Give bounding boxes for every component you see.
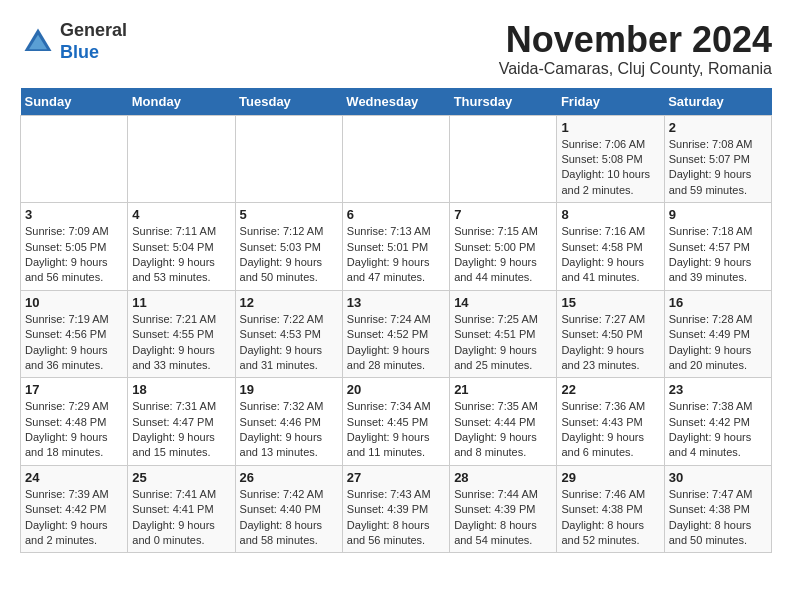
page-header: General Blue November 2024 Vaida-Camaras… xyxy=(20,20,772,78)
calendar-cell: 27Sunrise: 7:43 AM Sunset: 4:39 PM Dayli… xyxy=(342,465,449,553)
day-info: Sunrise: 7:24 AM Sunset: 4:52 PM Dayligh… xyxy=(347,312,445,374)
logo-blue-text: Blue xyxy=(60,42,127,64)
logo-general-text: General xyxy=(60,20,127,42)
calendar-cell: 22Sunrise: 7:36 AM Sunset: 4:43 PM Dayli… xyxy=(557,378,664,466)
day-number: 23 xyxy=(669,382,767,397)
day-number: 8 xyxy=(561,207,659,222)
day-number: 2 xyxy=(669,120,767,135)
day-number: 19 xyxy=(240,382,338,397)
calendar-cell: 17Sunrise: 7:29 AM Sunset: 4:48 PM Dayli… xyxy=(21,378,128,466)
day-info: Sunrise: 7:34 AM Sunset: 4:45 PM Dayligh… xyxy=(347,399,445,461)
day-number: 14 xyxy=(454,295,552,310)
day-number: 7 xyxy=(454,207,552,222)
day-number: 25 xyxy=(132,470,230,485)
day-number: 3 xyxy=(25,207,123,222)
day-info: Sunrise: 7:18 AM Sunset: 4:57 PM Dayligh… xyxy=(669,224,767,286)
calendar-week-3: 10Sunrise: 7:19 AM Sunset: 4:56 PM Dayli… xyxy=(21,290,772,378)
day-info: Sunrise: 7:06 AM Sunset: 5:08 PM Dayligh… xyxy=(561,137,659,199)
day-number: 29 xyxy=(561,470,659,485)
day-info: Sunrise: 7:47 AM Sunset: 4:38 PM Dayligh… xyxy=(669,487,767,549)
day-info: Sunrise: 7:15 AM Sunset: 5:00 PM Dayligh… xyxy=(454,224,552,286)
weekday-header-row: SundayMondayTuesdayWednesdayThursdayFrid… xyxy=(21,88,772,116)
calendar-cell: 11Sunrise: 7:21 AM Sunset: 4:55 PM Dayli… xyxy=(128,290,235,378)
logo-text: General Blue xyxy=(60,20,127,63)
day-number: 5 xyxy=(240,207,338,222)
day-info: Sunrise: 7:44 AM Sunset: 4:39 PM Dayligh… xyxy=(454,487,552,549)
day-info: Sunrise: 7:43 AM Sunset: 4:39 PM Dayligh… xyxy=(347,487,445,549)
calendar-cell: 26Sunrise: 7:42 AM Sunset: 4:40 PM Dayli… xyxy=(235,465,342,553)
day-number: 4 xyxy=(132,207,230,222)
calendar-cell: 25Sunrise: 7:41 AM Sunset: 4:41 PM Dayli… xyxy=(128,465,235,553)
calendar-cell: 12Sunrise: 7:22 AM Sunset: 4:53 PM Dayli… xyxy=(235,290,342,378)
day-number: 28 xyxy=(454,470,552,485)
day-info: Sunrise: 7:19 AM Sunset: 4:56 PM Dayligh… xyxy=(25,312,123,374)
day-number: 9 xyxy=(669,207,767,222)
calendar-cell: 16Sunrise: 7:28 AM Sunset: 4:49 PM Dayli… xyxy=(664,290,771,378)
day-number: 12 xyxy=(240,295,338,310)
day-number: 10 xyxy=(25,295,123,310)
calendar-cell: 29Sunrise: 7:46 AM Sunset: 4:38 PM Dayli… xyxy=(557,465,664,553)
calendar-cell: 8Sunrise: 7:16 AM Sunset: 4:58 PM Daylig… xyxy=(557,203,664,291)
day-number: 11 xyxy=(132,295,230,310)
weekday-header-saturday: Saturday xyxy=(664,88,771,116)
day-info: Sunrise: 7:41 AM Sunset: 4:41 PM Dayligh… xyxy=(132,487,230,549)
day-info: Sunrise: 7:08 AM Sunset: 5:07 PM Dayligh… xyxy=(669,137,767,199)
day-info: Sunrise: 7:35 AM Sunset: 4:44 PM Dayligh… xyxy=(454,399,552,461)
day-info: Sunrise: 7:29 AM Sunset: 4:48 PM Dayligh… xyxy=(25,399,123,461)
day-number: 24 xyxy=(25,470,123,485)
day-info: Sunrise: 7:21 AM Sunset: 4:55 PM Dayligh… xyxy=(132,312,230,374)
day-number: 26 xyxy=(240,470,338,485)
calendar-cell xyxy=(21,115,128,203)
day-info: Sunrise: 7:22 AM Sunset: 4:53 PM Dayligh… xyxy=(240,312,338,374)
calendar-cell: 30Sunrise: 7:47 AM Sunset: 4:38 PM Dayli… xyxy=(664,465,771,553)
logo-icon xyxy=(20,24,56,60)
day-info: Sunrise: 7:46 AM Sunset: 4:38 PM Dayligh… xyxy=(561,487,659,549)
day-info: Sunrise: 7:25 AM Sunset: 4:51 PM Dayligh… xyxy=(454,312,552,374)
calendar-cell: 14Sunrise: 7:25 AM Sunset: 4:51 PM Dayli… xyxy=(450,290,557,378)
day-number: 27 xyxy=(347,470,445,485)
calendar-cell: 9Sunrise: 7:18 AM Sunset: 4:57 PM Daylig… xyxy=(664,203,771,291)
weekday-header-sunday: Sunday xyxy=(21,88,128,116)
day-info: Sunrise: 7:16 AM Sunset: 4:58 PM Dayligh… xyxy=(561,224,659,286)
calendar-cell: 23Sunrise: 7:38 AM Sunset: 4:42 PM Dayli… xyxy=(664,378,771,466)
calendar-cell: 18Sunrise: 7:31 AM Sunset: 4:47 PM Dayli… xyxy=(128,378,235,466)
day-number: 22 xyxy=(561,382,659,397)
day-info: Sunrise: 7:36 AM Sunset: 4:43 PM Dayligh… xyxy=(561,399,659,461)
calendar-cell xyxy=(128,115,235,203)
day-number: 1 xyxy=(561,120,659,135)
calendar-cell: 20Sunrise: 7:34 AM Sunset: 4:45 PM Dayli… xyxy=(342,378,449,466)
day-info: Sunrise: 7:12 AM Sunset: 5:03 PM Dayligh… xyxy=(240,224,338,286)
day-number: 18 xyxy=(132,382,230,397)
day-info: Sunrise: 7:28 AM Sunset: 4:49 PM Dayligh… xyxy=(669,312,767,374)
calendar-cell: 15Sunrise: 7:27 AM Sunset: 4:50 PM Dayli… xyxy=(557,290,664,378)
day-info: Sunrise: 7:27 AM Sunset: 4:50 PM Dayligh… xyxy=(561,312,659,374)
calendar-cell: 13Sunrise: 7:24 AM Sunset: 4:52 PM Dayli… xyxy=(342,290,449,378)
logo: General Blue xyxy=(20,20,127,63)
day-number: 20 xyxy=(347,382,445,397)
weekday-header-tuesday: Tuesday xyxy=(235,88,342,116)
day-info: Sunrise: 7:11 AM Sunset: 5:04 PM Dayligh… xyxy=(132,224,230,286)
day-number: 13 xyxy=(347,295,445,310)
day-number: 16 xyxy=(669,295,767,310)
title-section: November 2024 Vaida-Camaras, Cluj County… xyxy=(499,20,772,78)
weekday-header-thursday: Thursday xyxy=(450,88,557,116)
day-number: 21 xyxy=(454,382,552,397)
location-title: Vaida-Camaras, Cluj County, Romania xyxy=(499,60,772,78)
calendar-cell: 2Sunrise: 7:08 AM Sunset: 5:07 PM Daylig… xyxy=(664,115,771,203)
weekday-header-wednesday: Wednesday xyxy=(342,88,449,116)
day-info: Sunrise: 7:39 AM Sunset: 4:42 PM Dayligh… xyxy=(25,487,123,549)
calendar-cell xyxy=(342,115,449,203)
calendar-cell: 1Sunrise: 7:06 AM Sunset: 5:08 PM Daylig… xyxy=(557,115,664,203)
calendar-week-5: 24Sunrise: 7:39 AM Sunset: 4:42 PM Dayli… xyxy=(21,465,772,553)
calendar-week-1: 1Sunrise: 7:06 AM Sunset: 5:08 PM Daylig… xyxy=(21,115,772,203)
day-info: Sunrise: 7:31 AM Sunset: 4:47 PM Dayligh… xyxy=(132,399,230,461)
month-title: November 2024 xyxy=(499,20,772,60)
calendar-cell: 3Sunrise: 7:09 AM Sunset: 5:05 PM Daylig… xyxy=(21,203,128,291)
calendar-cell: 24Sunrise: 7:39 AM Sunset: 4:42 PM Dayli… xyxy=(21,465,128,553)
calendar-week-2: 3Sunrise: 7:09 AM Sunset: 5:05 PM Daylig… xyxy=(21,203,772,291)
calendar-cell: 19Sunrise: 7:32 AM Sunset: 4:46 PM Dayli… xyxy=(235,378,342,466)
day-number: 15 xyxy=(561,295,659,310)
day-number: 6 xyxy=(347,207,445,222)
calendar-cell: 6Sunrise: 7:13 AM Sunset: 5:01 PM Daylig… xyxy=(342,203,449,291)
calendar-cell: 4Sunrise: 7:11 AM Sunset: 5:04 PM Daylig… xyxy=(128,203,235,291)
